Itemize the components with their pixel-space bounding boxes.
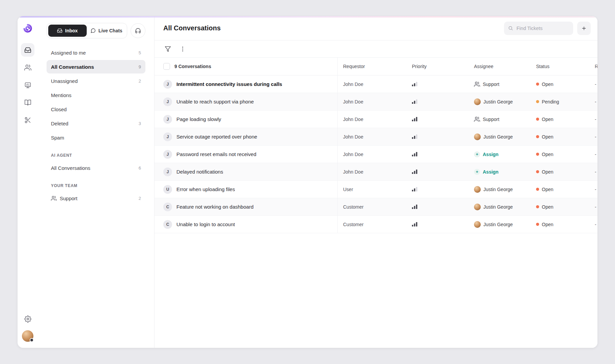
sidebar-item-all-conversations[interactable]: All Conversations 6 — [47, 161, 145, 175]
sidebar-item-deleted[interactable]: Deleted 3 — [47, 117, 145, 130]
assignee-avatar — [474, 98, 481, 105]
assignee-user: Justin George — [474, 133, 513, 140]
rail-nav — [21, 43, 34, 127]
assignee-user: Justin George — [474, 98, 513, 105]
table-row[interactable]: J Service outage reported over phone Joh… — [155, 128, 597, 146]
assignee-cell[interactable]: Justin George + — [469, 181, 531, 198]
new-ticket-button[interactable] — [577, 22, 591, 35]
status-dot — [536, 188, 539, 191]
settings-button[interactable] — [21, 312, 34, 326]
table-row[interactable]: U Error when uploading files User Justin… — [155, 181, 597, 198]
conversation-title: Feature not working on dashboard — [176, 204, 253, 210]
search-box[interactable] — [504, 22, 573, 35]
assignee-cell[interactable]: Support + — [469, 75, 531, 93]
rail-knowledge-base-button[interactable] — [21, 96, 34, 109]
rail-reports-button[interactable] — [21, 78, 34, 92]
tab-inbox[interactable]: Inbox — [48, 25, 87, 37]
table-row[interactable]: J Intermittent connectivity issues durin… — [155, 75, 597, 93]
agent-headset-button[interactable] — [131, 23, 145, 38]
priority-bars-icon — [412, 152, 417, 156]
sidebar-item-label: Closed — [51, 107, 67, 112]
resolution-cell: - — [593, 128, 597, 145]
header-actions — [504, 22, 591, 35]
row-avatar: J — [163, 168, 172, 176]
priority-bars-icon — [412, 117, 417, 121]
more-options-button[interactable] — [178, 45, 187, 53]
table-row[interactable]: C Feature not working on dashboard Custo… — [155, 198, 597, 216]
gear-icon — [24, 315, 31, 323]
sidebar-item-closed[interactable]: Closed — [47, 102, 145, 116]
kebab-icon — [179, 46, 186, 52]
conversation-title: Intermittent connectivity issues during … — [176, 81, 282, 87]
status-cell: Open — [531, 146, 593, 163]
sidebar-item-mentions[interactable]: Mentions — [47, 88, 145, 102]
priority-bars-icon — [412, 187, 417, 191]
assignee-cell[interactable]: Justin George + — [469, 93, 531, 110]
reports-icon — [24, 82, 31, 89]
search-input[interactable] — [516, 25, 569, 31]
table-row[interactable]: J Password reset emails not received Joh… — [155, 146, 597, 163]
table-row[interactable]: J Delayed notifications John Doe + Assig… — [155, 163, 597, 181]
status-label: Open — [542, 134, 553, 140]
assignee-name: Justin George — [483, 99, 513, 104]
table-row[interactable]: J Unable to reach support via phone John… — [155, 93, 597, 111]
assignee-cell[interactable]: + Assign — [469, 163, 531, 180]
assignee-avatar — [474, 186, 481, 193]
priority-bars-icon — [412, 99, 417, 104]
priority-bars-icon — [412, 205, 417, 209]
conversations-table: 9 Conversations Requestor Priority Assig… — [155, 58, 597, 233]
conversation-title: Unable to login to account — [176, 221, 235, 227]
assignee-assign[interactable]: + Assign — [474, 151, 499, 157]
sidebar-item-unassigned[interactable]: Unassigned 2 — [47, 74, 145, 88]
priority-bars-icon — [412, 82, 417, 86]
tab-live-chats[interactable]: Live Chats — [87, 25, 126, 37]
nav-rail — [18, 16, 38, 348]
conversations-count: 9 Conversations — [174, 64, 211, 69]
assignee-cell[interactable]: + Assign — [469, 146, 531, 163]
status-dot — [536, 100, 539, 103]
rail-contacts-button[interactable] — [21, 61, 34, 74]
rail-tools-button[interactable] — [21, 113, 34, 127]
team-icon — [474, 116, 480, 122]
filter-button[interactable] — [164, 45, 172, 53]
assignee-cell[interactable]: Support + — [469, 111, 531, 128]
sidebar-item-assigned-to-me[interactable]: Assigned to me 5 — [47, 46, 145, 59]
sidebar-item-label: Support — [60, 195, 78, 201]
row-avatar: U — [163, 185, 172, 194]
sidebar-item-label: Spam — [51, 135, 64, 141]
sidebar-item-label: Deleted — [51, 121, 68, 126]
row-avatar: J — [163, 80, 172, 89]
table-row[interactable]: C Unable to login to account Customer Ju… — [155, 216, 597, 233]
sidebar-item-label: Mentions — [51, 92, 72, 98]
team-icon — [474, 81, 480, 87]
status-label: Open — [542, 204, 553, 210]
table-toolbar — [155, 40, 597, 58]
app-logo[interactable] — [22, 23, 33, 34]
assign-plus-icon: + — [474, 169, 480, 175]
sidebar-item-label: All Conversations — [51, 165, 90, 171]
user-avatar[interactable] — [22, 330, 33, 342]
assignee-cell[interactable]: Justin George + — [469, 216, 531, 233]
assignee-cell[interactable]: Justin George + — [469, 128, 531, 145]
sidebar-item-count: 6 — [139, 165, 141, 171]
resolution-cell: - — [593, 198, 597, 215]
requestor-name: John Doe — [343, 117, 363, 122]
sidebar: Inbox Live Chats — [38, 16, 155, 348]
sidebar-item-support[interactable]: Support 2 — [47, 191, 145, 205]
sidebar-item-count: 3 — [139, 121, 141, 126]
table-row[interactable]: J Page loading slowly John Doe Support + — [155, 111, 597, 128]
sidebar-item-spam[interactable]: Spam — [47, 131, 145, 144]
assignee-assign[interactable]: + Assign — [474, 169, 499, 175]
search-icon — [508, 26, 513, 31]
rail-inbox-button[interactable] — [21, 43, 34, 57]
assignee-name: Justin George — [483, 204, 513, 210]
assign-plus-icon: + — [474, 151, 480, 157]
assignee-cell[interactable]: Justin George + — [469, 198, 531, 215]
row-avatar: J — [163, 132, 172, 141]
assign-label: Assign — [483, 169, 499, 175]
assignee-name: Justin George — [483, 187, 513, 192]
main-panel: All Conversations — [155, 16, 597, 348]
select-all-checkbox[interactable] — [163, 63, 170, 70]
status-cell: Open — [531, 75, 593, 93]
sidebar-item-all-conversations[interactable]: All Conversations 9 — [47, 60, 145, 73]
